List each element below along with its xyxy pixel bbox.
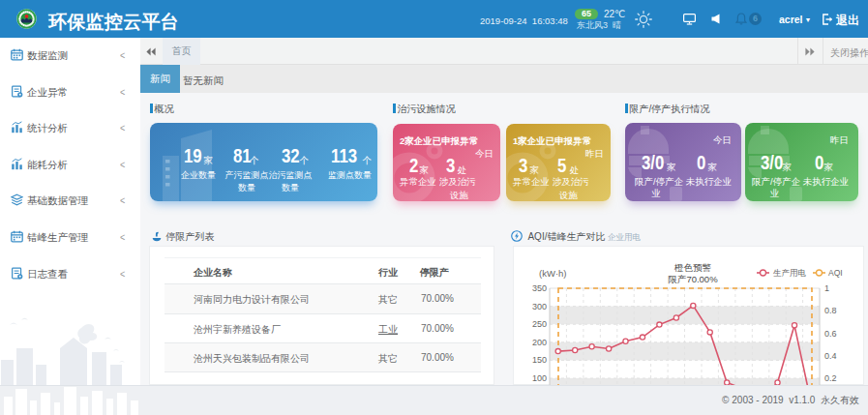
svg-text:200: 200 (532, 338, 547, 347)
svg-text:0.4: 0.4 (824, 351, 837, 361)
svg-text:橙色预警: 橙色预警 (673, 262, 712, 273)
svg-text:0.6: 0.6 (824, 329, 837, 339)
svg-text:100: 100 (532, 373, 547, 383)
svg-text:生产用电: 生产用电 (773, 268, 807, 278)
svg-text:限产70.00%: 限产70.00% (668, 274, 718, 284)
svg-text:250: 250 (532, 319, 547, 329)
svg-text:1: 1 (824, 283, 829, 293)
svg-text:0.2: 0.2 (824, 373, 837, 383)
svg-text:350: 350 (532, 283, 547, 293)
svg-text:(kW·h): (kW·h) (539, 268, 567, 279)
svg-text:0.8: 0.8 (824, 306, 837, 315)
svg-text:150: 150 (532, 355, 547, 365)
svg-text:300: 300 (532, 302, 547, 311)
svg-text:AQI: AQI (828, 268, 843, 278)
